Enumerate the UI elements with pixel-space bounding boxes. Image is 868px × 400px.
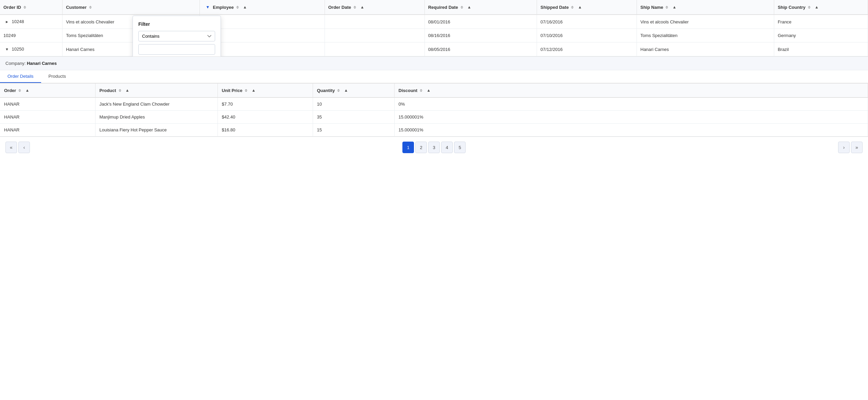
- sub-col-header-unitprice: Unit Price ▲: [218, 84, 313, 97]
- sub-cell-discount-1: 15.000001%: [394, 111, 868, 124]
- table-row: ► 10248 Vins et alcools Chevalier 08/01/…: [0, 15, 868, 29]
- cell-orderid-value-1: 10249: [3, 33, 16, 38]
- page-btn-3[interactable]: 3: [428, 142, 440, 153]
- page-next-button[interactable]: ›: [838, 142, 850, 153]
- pagination-nav-right: › »: [838, 142, 863, 153]
- sub-cell-unitprice-0: $7.70: [218, 97, 313, 111]
- sub-filter-btn-product[interactable]: ▲: [124, 87, 131, 93]
- sub-sort-icon-order: [18, 89, 21, 92]
- sub-table-wrapper: Order ▲ Product ▲: [0, 84, 868, 137]
- cell-requireddate-2: 08/05/2016: [424, 42, 537, 56]
- sub-cell-order-1: HANAR: [0, 111, 95, 124]
- sub-col-label-unitprice: Unit Price: [222, 88, 243, 93]
- cell-requireddate-1: 08/16/2016: [424, 29, 537, 42]
- sub-col-header-quantity: Quantity ▲: [313, 84, 394, 97]
- main-table-header-row: Order ID Customer ▼ Employee: [0, 0, 868, 15]
- cell-shipname-0: Vins et alcools Chevalier: [637, 15, 774, 29]
- main-table-wrapper: Order ID Customer ▼ Employee: [0, 0, 868, 57]
- sub-table: Order ▲ Product ▲: [0, 84, 868, 137]
- sub-filter-btn-order[interactable]: ▲: [24, 87, 31, 93]
- filter-btn-requireddate[interactable]: ▲: [466, 4, 473, 10]
- company-name: Hanari Carnes: [27, 61, 57, 66]
- table-row: ▼ 10250 Hanari Carnes 08/05/2016 07/12/2…: [0, 42, 868, 56]
- sort-icon-shippeddate: [571, 6, 574, 9]
- sub-cell-discount-2: 15.000001%: [394, 124, 868, 137]
- col-label-orderid: Order ID: [3, 5, 21, 10]
- tab-order-details[interactable]: Order Details: [0, 70, 41, 83]
- sub-col-label-quantity: Quantity: [317, 88, 335, 93]
- filter-btn-shipcountry[interactable]: ▲: [813, 4, 820, 10]
- filter-condition1-select[interactable]: Contains Equals StartsWith EndsWith NotC…: [138, 31, 215, 41]
- cell-shippeddate-1: 07/10/2016: [537, 29, 637, 42]
- sort-btn-employee[interactable]: ▲: [242, 4, 248, 10]
- col-label-customer: Customer: [66, 5, 87, 10]
- sub-table-header-row: Order ▲ Product ▲: [0, 84, 868, 97]
- sub-filter-btn-unitprice[interactable]: ▲: [250, 87, 257, 93]
- page-btn-5[interactable]: 5: [454, 142, 466, 153]
- page-last-button[interactable]: »: [851, 142, 863, 153]
- sort-icon-shipcountry: [808, 6, 811, 9]
- expand-btn-10248[interactable]: ►: [3, 19, 11, 24]
- pagination-row: « ‹ 1 2 3 4 5 › »: [0, 137, 868, 158]
- sub-cell-quantity-1: 35: [313, 111, 394, 124]
- page-btn-1[interactable]: 1: [402, 142, 414, 153]
- sort-icon-requireddate: [461, 6, 463, 9]
- filter-icon-employee[interactable]: ▼: [204, 4, 211, 10]
- cell-shipcountry-2: Brazil: [774, 42, 868, 56]
- pagination-center: 1 2 3 4 5: [402, 142, 466, 153]
- page-btn-4[interactable]: 4: [441, 142, 453, 153]
- cell-orderdate-0: [325, 15, 424, 29]
- cell-orderid: ► 10248: [0, 15, 63, 29]
- cell-orderdate-2: [325, 42, 424, 56]
- detail-company-row: Company: Hanari Carnes: [0, 57, 868, 70]
- filter-btn-shipname[interactable]: ▲: [671, 4, 678, 10]
- col-header-shipname: Ship Name ▲: [637, 0, 774, 15]
- sub-cell-quantity-2: 15: [313, 124, 394, 137]
- col-header-orderdate: Order Date ▲: [325, 0, 424, 15]
- cell-orderdate-1: [325, 29, 424, 42]
- main-table: Order ID Customer ▼ Employee: [0, 0, 868, 56]
- col-label-shippeddate: Shipped Date: [540, 5, 569, 10]
- company-label: Company:: [5, 61, 25, 66]
- filter-btn-orderdate[interactable]: ▲: [359, 4, 366, 10]
- sub-table-row: HANAR Jack's New England Clam Chowder $7…: [0, 97, 868, 111]
- cell-orderid-value-2: 10250: [12, 47, 24, 52]
- sub-cell-order-0: HANAR: [0, 97, 95, 111]
- col-header-requireddate: Required Date ▲: [424, 0, 537, 15]
- sub-col-label-discount: Discount: [399, 88, 418, 93]
- filter-popup-title: Filter: [138, 21, 215, 27]
- cell-orderid-value: 10248: [12, 19, 24, 24]
- col-label-shipname: Ship Name: [640, 5, 663, 10]
- cell-shippeddate-0: 07/16/2016: [537, 15, 637, 29]
- sub-col-label-order: Order: [4, 88, 16, 93]
- detail-panel: Company: Hanari Carnes Order Details Pro…: [0, 57, 868, 84]
- sub-cell-discount-0: 0%: [394, 97, 868, 111]
- cell-shippeddate-2: 07/12/2016: [537, 42, 637, 56]
- sub-cell-order-2: HANAR: [0, 124, 95, 137]
- sub-sort-icon-product: [119, 89, 121, 92]
- col-header-shippeddate: Shipped Date ▲: [537, 0, 637, 15]
- col-header-shipcountry: Ship Country ▲: [774, 0, 868, 15]
- sort-icon-employee: [236, 6, 239, 9]
- col-label-requireddate: Required Date: [428, 5, 458, 10]
- sub-cell-unitprice-1: $42.40: [218, 111, 313, 124]
- page-prev-button[interactable]: ‹: [18, 142, 30, 153]
- page-btn-2[interactable]: 2: [415, 142, 427, 153]
- col-header-customer: Customer: [63, 0, 200, 15]
- sort-icon-customer: [89, 6, 92, 9]
- sub-cell-product-1: Manjimup Dried Apples: [95, 111, 218, 124]
- col-header-orderid: Order ID: [0, 0, 63, 15]
- cell-orderid-1: 10249: [0, 29, 63, 42]
- pagination-nav-left: « ‹: [5, 142, 30, 153]
- cell-shipname-1: Toms Spezialitäten: [637, 29, 774, 42]
- expand-btn-10250[interactable]: ▼: [3, 47, 11, 52]
- tab-products[interactable]: Products: [41, 70, 73, 83]
- sub-filter-btn-quantity[interactable]: ▲: [343, 87, 349, 93]
- filter-condition1-input[interactable]: [138, 44, 215, 55]
- sub-filter-btn-discount[interactable]: ▲: [425, 87, 432, 93]
- sub-table-row: HANAR Manjimup Dried Apples $42.40 35 15…: [0, 111, 868, 124]
- filter-btn-shippeddate[interactable]: ▲: [576, 4, 583, 10]
- col-header-employee: ▼ Employee ▲: [200, 0, 325, 15]
- sub-cell-product-0: Jack's New England Clam Chowder: [95, 97, 218, 111]
- page-first-button[interactable]: «: [5, 142, 17, 153]
